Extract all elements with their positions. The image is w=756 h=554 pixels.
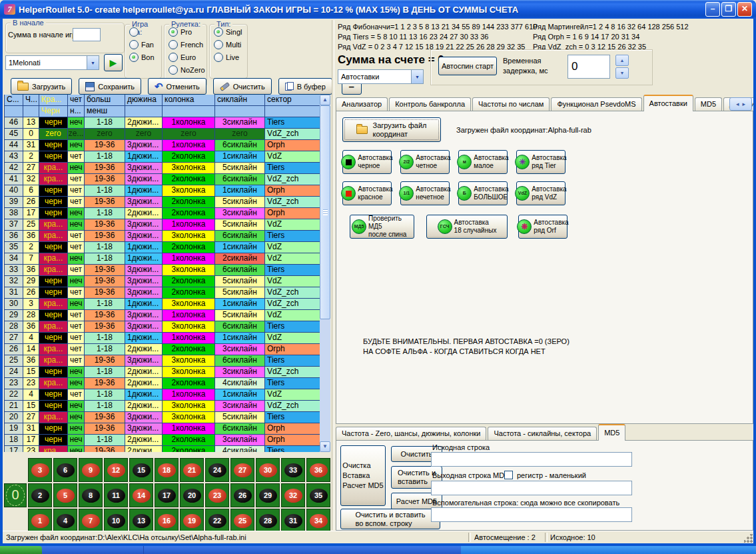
- bottom-tab-MD5[interactable]: MD5: [598, 424, 625, 441]
- table-row[interactable]: 4132кра...чет19-363дюжи...2колонка6сикла…: [5, 174, 320, 185]
- scroll-down-icon[interactable]: ▼: [320, 441, 330, 452]
- roulette-cell-22[interactable]: 22: [205, 509, 229, 533]
- table-row[interactable]: 4613черннеч1-182дюжи...1колонка3сиклайнT…: [5, 117, 320, 129]
- roulette-cell-7[interactable]: 7: [79, 509, 103, 533]
- roulette-cell-18[interactable]: 18: [155, 458, 179, 482]
- table-row[interactable]: 450zeroze...zerozerozerozeroVdZ_zch: [5, 129, 320, 140]
- play-button[interactable]: ▶: [104, 54, 123, 71]
- radio-euro[interactable]: Euro: [169, 52, 206, 63]
- register-checkbox[interactable]: [504, 471, 513, 479]
- table-row[interactable]: 2614кра...чет1-182дюжи...2колонка3сиклай…: [5, 344, 320, 355]
- table-row[interactable]: 432чернчет1-181дюжи...2колонка1сиклайнVd…: [5, 151, 320, 163]
- roulette-cell-12[interactable]: 12: [104, 458, 128, 482]
- table-row[interactable]: 3126чернчет19-363дюжи...2колонка5сиклайн…: [5, 287, 320, 299]
- roulette-cell-27[interactable]: 27: [230, 458, 254, 482]
- strategy-combo[interactable]: 1Melonati ▼: [5, 55, 99, 70]
- close-button[interactable]: ✕: [737, 2, 752, 17]
- radio-nozero[interactable]: NoZero: [169, 65, 206, 75]
- table-row[interactable]: 1817черннеч1-182дюжи...2колонка3сиклайнO…: [5, 435, 320, 446]
- table-row[interactable]: 2115черннеч1-182дюжи...3колонка3сиклайнV…: [5, 401, 320, 412]
- tab-scroll-arrows[interactable]: ◂▸: [729, 97, 752, 111]
- roulette-cell-11[interactable]: 11: [104, 483, 128, 507]
- table-scrollbar[interactable]: ▲ ▼: [320, 95, 330, 452]
- table-row[interactable]: 2928чернчет19-363дюжи...1колонка5сиклайн…: [5, 310, 320, 321]
- aux-string-input[interactable]: [431, 507, 632, 522]
- clear-button[interactable]: Очистить: [213, 78, 272, 95]
- tab-Частоты по числам[interactable]: Частоты по числам: [472, 97, 550, 111]
- start-sum-input[interactable]: [73, 28, 101, 41]
- tab-Автоставки[interactable]: Автоставки: [643, 95, 693, 111]
- roulette-cell-24[interactable]: 24: [205, 458, 229, 482]
- stake-button-9[interactable]: ГСЧАвтоставка 18 случайных: [426, 215, 508, 239]
- table-row[interactable]: 347кра...неч1-181дюжи...1колонка2сиклайн…: [5, 253, 320, 265]
- tab-Функционал PsevdoMS[interactable]: Функционал PsevdoMS: [551, 97, 641, 111]
- tab-Контроль банкролла[interactable]: Контроль банкролла: [389, 97, 471, 111]
- stake-button-7[interactable]: VdZАвтоставка ряд VdZ: [516, 181, 566, 205]
- stake-button-1[interactable]: 2/2Автоставка четное: [400, 150, 450, 174]
- table-row[interactable]: 3636кра...чет19-363дюжи...3колонка6сикла…: [5, 231, 320, 242]
- stake-button-4[interactable]: Автоставка красное: [342, 181, 392, 205]
- tab-MD5[interactable]: MD5: [695, 97, 722, 111]
- roulette-cell-25[interactable]: 25: [230, 509, 254, 533]
- title-bar[interactable]: 7 HelperRoullet 5.0- create helperroulle…: [0, 0, 756, 19]
- roulette-cell-35[interactable]: 35: [306, 483, 330, 507]
- roulette-cell-8[interactable]: 8: [79, 483, 103, 507]
- copy-to-buffer-button[interactable]: В буфер: [278, 78, 332, 95]
- radio-pro[interactable]: Pro: [169, 27, 206, 37]
- table-row[interactable]: 2323кра...неч19-362дюжи...2колонка4сикла…: [5, 378, 320, 389]
- table-row[interactable]: 3926чернчет19-363дюжи...2колонка5сиклайн…: [5, 197, 320, 208]
- scroll-up-icon[interactable]: ▲: [320, 95, 330, 105]
- roulette-cell-9[interactable]: 9: [79, 458, 103, 482]
- radio-bon[interactable]: Bon: [129, 52, 161, 63]
- roulette-cell-3[interactable]: 3: [28, 458, 52, 482]
- load-button[interactable]: Загрузить: [11, 78, 72, 95]
- table-row[interactable]: 224чернчет1-181дюжи...1колонка1сиклайнVd…: [5, 389, 320, 401]
- table-row[interactable]: 3336кра...чет19-363дюжи...3колонка6сикла…: [5, 265, 320, 276]
- undo-button[interactable]: ↶Отменить: [148, 78, 206, 95]
- stake-button-6[interactable]: БАвтоставка БОЛЬШОЕ: [458, 181, 508, 205]
- table-row[interactable]: 1931черннеч19-363дюжи...1колонка6сиклайн…: [5, 423, 320, 435]
- table-row[interactable]: 406чернчет1-181дюжи...3колонка1сиклайнOr…: [5, 185, 320, 197]
- stake-button-5[interactable]: 1/1Автоставка нечетное: [400, 181, 450, 205]
- table-row[interactable]: 3229черннеч19-363дюжи...2колонка5сиклайн…: [5, 276, 320, 287]
- table-row[interactable]: 274чернчет1-181дюжи...1колонка1сиклайнVd…: [5, 333, 320, 344]
- minimize-button[interactable]: –: [705, 2, 720, 17]
- output-string-input[interactable]: [431, 481, 632, 495]
- md5-big-button[interactable]: Очистка Вставка Расчет MD5: [340, 445, 386, 506]
- save-button[interactable]: Сохранить: [79, 78, 141, 95]
- roulette-cell-21[interactable]: 21: [180, 458, 204, 482]
- radio-multi[interactable]: Multi: [214, 39, 247, 50]
- stake-button-8[interactable]: МД5Проверить МД5 после спина: [350, 215, 414, 239]
- table-row[interactable]: 3725кра...неч19-363дюжи...1колонка5сикла…: [5, 219, 320, 231]
- roulette-cell-1[interactable]: 1: [28, 509, 52, 533]
- spinner-down-icon[interactable]: ▼: [615, 67, 629, 79]
- roulette-cell-15[interactable]: 15: [129, 458, 153, 482]
- roulette-cell-34[interactable]: 34: [306, 509, 330, 533]
- radio-french[interactable]: French: [169, 39, 206, 50]
- roulette-cell-23[interactable]: 23: [205, 483, 229, 507]
- radio-fan[interactable]: Fan: [129, 39, 161, 50]
- roulette-cell-32[interactable]: 32: [281, 483, 305, 507]
- roulette-cell-5[interactable]: 5: [53, 483, 77, 507]
- table-row[interactable]: 352чернчет1-181дюжи...2колонка1сиклайнVd…: [5, 242, 320, 253]
- stake-button-10[interactable]: ❋Автоставка ряд Orf: [518, 215, 567, 239]
- bottom-tab-Частота - сиклайны, сектора[interactable]: Частота - сиклайны, сектора: [488, 427, 597, 441]
- load-coordinates-button[interactable]: Загрузить файл координат: [342, 117, 441, 142]
- table-row[interactable]: 2836кра...чет19-363дюжи...3колонка6сикла…: [5, 321, 320, 333]
- tab-scroll-right-icon[interactable]: ▸: [743, 101, 746, 107]
- roulette-cell-2[interactable]: 2: [28, 483, 52, 507]
- roulette-cell-26[interactable]: 26: [230, 483, 254, 507]
- tab-scroll-left-icon[interactable]: ◂: [736, 101, 739, 107]
- table-row[interactable]: 4431черннеч19-363дюжи...1колонка6сиклайн…: [5, 140, 320, 151]
- roulette-cell-17[interactable]: 17: [155, 483, 179, 507]
- radio-live[interactable]: Live: [214, 52, 247, 63]
- roulette-cell-4[interactable]: 4: [53, 509, 77, 533]
- table-row[interactable]: 2415черннеч1-182дюжи...3колонка3сиклайнV…: [5, 367, 320, 378]
- roulette-cell-0[interactable]: 0: [4, 483, 27, 507]
- table-row[interactable]: 3817черннеч1-182дюжи...2колонка3сиклайнO…: [5, 208, 320, 219]
- roulette-cell-33[interactable]: 33: [281, 458, 305, 482]
- roulette-cell-6[interactable]: 6: [53, 458, 77, 482]
- tab-Анализатор[interactable]: Анализатор: [336, 97, 388, 111]
- roulette-cell-36[interactable]: 36: [306, 458, 330, 482]
- stake-button-3[interactable]: ✳Автоставка ряд Tier: [516, 150, 566, 174]
